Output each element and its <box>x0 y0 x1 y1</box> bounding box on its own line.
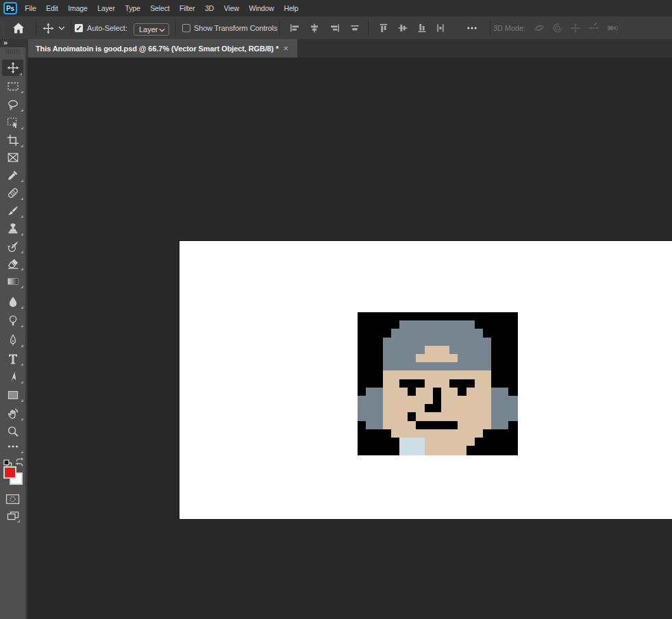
options-bar-gripper[interactable] <box>1 21 4 35</box>
flyout-indicator <box>21 306 23 309</box>
show-transform-label: Show Transform Controls <box>194 24 277 32</box>
document-tab-title: This Anoimatoin is good.psd @ 66.7% (Vec… <box>36 45 279 53</box>
flyout-indicator <box>21 179 23 182</box>
flyout-indicator <box>21 418 23 420</box>
eraser-tool[interactable] <box>0 255 25 272</box>
align-left-edges-button[interactable] <box>289 23 300 34</box>
eyedropper-tool[interactable] <box>0 167 25 184</box>
3d-dolly-button <box>607 23 618 34</box>
clone-stamp-tool[interactable] <box>0 220 25 237</box>
brush-tool[interactable] <box>0 203 25 219</box>
document-tab[interactable]: This Anoimatoin is good.psd @ 66.7% (Vec… <box>28 39 297 58</box>
dodge-tool[interactable] <box>0 312 25 329</box>
marquee-tool[interactable] <box>0 78 25 94</box>
history-brush-tool[interactable] <box>0 238 25 255</box>
align-left-edges-icon <box>289 23 300 34</box>
align-horizontal-centers-button[interactable] <box>309 23 320 34</box>
menu-type[interactable]: Type <box>120 0 145 16</box>
blur-icon <box>7 296 19 308</box>
flyout-indicator <box>21 197 23 200</box>
crop-tool[interactable] <box>0 132 25 149</box>
healing-brush-tool[interactable] <box>0 185 25 201</box>
foreground-color-swatch[interactable] <box>3 466 16 479</box>
path-selection-icon <box>7 370 19 383</box>
move-tool[interactable] <box>2 60 23 76</box>
zoom-tool[interactable] <box>0 423 25 440</box>
auto-select-target-dropdown[interactable]: Layer <box>134 23 169 36</box>
hand-tool[interactable] <box>0 405 25 422</box>
blur-tool[interactable] <box>0 294 25 310</box>
flyout-indicator <box>21 451 23 453</box>
marquee-icon <box>7 80 19 92</box>
auto-select-checkbox[interactable]: ✓ <box>75 24 83 32</box>
menu-help[interactable]: Help <box>279 0 303 16</box>
tool-preset-button[interactable] <box>42 22 54 34</box>
canvas-area[interactable] <box>27 58 672 619</box>
menu-image[interactable]: Image <box>63 0 92 16</box>
chevron-down-icon <box>159 28 165 32</box>
flyout-indicator <box>21 399 23 402</box>
auto-select-target-value: Layer <box>139 25 158 34</box>
toolbar-ellipsis-icon <box>7 440 19 453</box>
lasso-icon <box>7 99 19 111</box>
flyout-indicator <box>21 127 23 129</box>
screen-mode-button[interactable] <box>6 510 19 522</box>
type-tool[interactable] <box>0 351 25 367</box>
flyout-indicator <box>21 215 23 218</box>
history-brush-icon <box>7 240 19 253</box>
pen-icon <box>7 334 19 346</box>
threed-mode-label: 3D Mode: <box>493 24 525 32</box>
menu-layer[interactable]: Layer <box>92 0 120 16</box>
align-top-edges-button[interactable] <box>378 23 389 34</box>
menu-view[interactable]: View <box>219 0 245 16</box>
distribute-horizontally-button[interactable] <box>349 23 360 34</box>
tools-panel-gripper[interactable] <box>6 49 20 54</box>
menu-bar: Ps FileEditImageLayerTypeSelectFilter3DV… <box>0 0 672 16</box>
gradient-tool[interactable] <box>0 273 25 290</box>
menu-window[interactable]: Window <box>244 0 279 16</box>
distribute-vertically-button[interactable] <box>435 23 446 34</box>
quick-mask-icon <box>5 494 20 505</box>
quick-mask-button[interactable] <box>5 493 20 505</box>
show-transform-checkbox[interactable] <box>182 24 190 32</box>
flyout-indicator <box>21 268 23 270</box>
gradient-icon <box>7 275 19 288</box>
tools-panel-collapse-button[interactable]: » <box>0 39 27 47</box>
path-selection-tool[interactable] <box>0 368 25 385</box>
tool-preset-chevron[interactable] <box>58 26 65 30</box>
align-vertical-centers-icon <box>397 23 408 34</box>
flyout-indicator <box>21 109 23 112</box>
lasso-tool[interactable] <box>0 97 25 113</box>
home-button[interactable] <box>12 21 25 34</box>
tab-close-icon[interactable]: × <box>284 39 289 58</box>
options-bar: ✓ Auto-Select: Layer Show Transform Cont… <box>0 16 672 40</box>
move-icon <box>7 62 19 74</box>
flyout-indicator <box>21 381 23 383</box>
align-right-edges-button[interactable] <box>329 23 340 34</box>
pen-tool[interactable] <box>0 332 25 349</box>
crop-icon <box>7 134 19 147</box>
3d-pan-icon <box>570 23 581 34</box>
menu-edit[interactable]: Edit <box>41 0 63 16</box>
dodge-icon <box>7 314 19 327</box>
align-vertical-centers-button[interactable] <box>397 23 408 34</box>
align-bottom-edges-button[interactable] <box>416 23 427 34</box>
align-top-edges-icon <box>378 23 389 34</box>
toolbar-ellipsis-tool[interactable] <box>0 438 25 455</box>
flyout-indicator <box>21 363 23 366</box>
rectangle-tool[interactable] <box>0 387 25 403</box>
hand-icon <box>7 407 19 420</box>
align-bottom-edges-icon <box>416 23 427 34</box>
3d-orbit-button <box>534 23 545 34</box>
menu-select[interactable]: Select <box>145 0 175 16</box>
document-canvas[interactable] <box>179 241 672 519</box>
menu-file[interactable]: File <box>20 0 41 16</box>
frame-tool[interactable] <box>0 149 25 166</box>
menu-filter[interactable]: Filter <box>175 0 200 16</box>
photoshop-logo: Ps <box>3 2 17 14</box>
more-align-options-button[interactable] <box>466 23 477 34</box>
type-icon <box>7 353 19 365</box>
object-selection-tool[interactable] <box>0 114 25 131</box>
distribute-vertically-icon <box>435 23 446 34</box>
menu-3d[interactable]: 3D <box>200 0 219 16</box>
